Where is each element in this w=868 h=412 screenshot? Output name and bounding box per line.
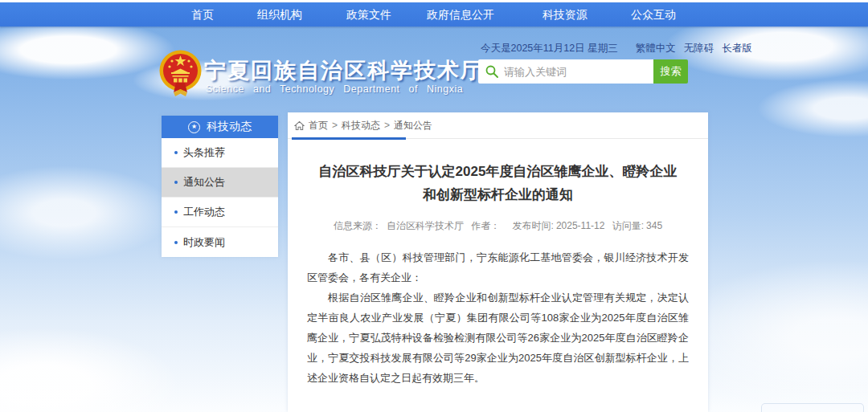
meta-time-label: 发布时间:: [513, 220, 554, 231]
current-date: 今天是2025年11月12日 星期三: [481, 42, 618, 55]
article-paragraph: 根据自治区雏鹰企业、瞪羚企业和创新型标杆企业认定管理有关规定，决定认定半亩良人农…: [307, 288, 689, 388]
article-paragraph: 各市、县（区）科技管理部门，宁东能源化工基地管委会，银川经济技术开发区管委会，各…: [307, 247, 689, 288]
site-subtitle: Science and Technology Department of Nin…: [206, 84, 463, 95]
bullet-icon: [174, 181, 178, 184]
nav-item-public-interaction[interactable]: 公众互动: [631, 2, 676, 27]
sidebar-item-work-dynamics[interactable]: 工作动态: [162, 198, 278, 227]
nav-item-sci-resources[interactable]: 科技资源: [542, 2, 588, 27]
sidebar-item-label: 时政要闻: [183, 235, 225, 250]
search-input[interactable]: [504, 59, 650, 84]
bullet-icon: [174, 210, 178, 214]
sidebar-item-label: 通知公告: [183, 175, 225, 190]
sidebar-item-headlines[interactable]: 头条推荐: [162, 138, 278, 168]
sidebar-item-label: 头条推荐: [183, 145, 225, 160]
article-meta: 信息来源：自治区科学技术厅 作者： 发布时间:2025-11-12 访问量:34…: [288, 219, 708, 233]
meta-time: 2025-11-12: [556, 220, 605, 231]
nav-item-policy[interactable]: 政策文件: [346, 2, 391, 27]
sidebar: ★ 科技动态 头条推荐 通知公告 工作动态 时政要闻: [162, 116, 278, 257]
floating-widget-edge: [761, 403, 864, 412]
breadcrumb-home[interactable]: 首页: [309, 119, 328, 133]
home-icon: [294, 120, 305, 131]
nav-item-home[interactable]: 首页: [191, 2, 214, 27]
search-input-wrap: [478, 59, 653, 84]
bullet-icon: [174, 241, 178, 244]
breadcrumb-notices[interactable]: 通知公告: [394, 119, 432, 133]
sidebar-title: 科技动态: [207, 120, 252, 134]
breadcrumb-separator: >: [384, 120, 390, 131]
meta-visits: 345: [646, 220, 662, 231]
national-emblem-logo: [158, 49, 203, 97]
article-title-line1: 自治区科技厅关于认定2025年度自治区雏鹰企业、瞪羚企业: [288, 160, 708, 183]
bullet-icon: [174, 151, 178, 154]
top-navigation: 首页 组织机构 政策文件 政府信息公开 科技资源 公众互动: [0, 2, 868, 27]
search-icon: [485, 65, 498, 78]
sidebar-item-current-politics[interactable]: 时政要闻: [162, 227, 278, 257]
link-elder-version[interactable]: 长者版: [722, 42, 752, 55]
breadcrumb-separator: >: [332, 120, 338, 131]
search-button[interactable]: 搜索: [653, 59, 688, 84]
header-meta-row: 今天是2025年11月12日 星期三 繁體中文 无障碍 长者版: [481, 42, 701, 55]
article-title-line2: 和创新型标杆企业的通知: [288, 183, 708, 206]
article-title: 自治区科技厅关于认定2025年度自治区雏鹰企业、瞪羚企业 和创新型标杆企业的通知: [288, 160, 708, 206]
star-circle-icon: ★: [188, 121, 200, 133]
meta-author-label: 作者：: [471, 220, 500, 231]
link-traditional-chinese[interactable]: 繁體中文: [636, 42, 676, 55]
article-body: 各市、县（区）科技管理部门，宁东能源化工基地管委会，银川经济技术开发区管委会，各…: [288, 247, 708, 388]
link-accessibility[interactable]: 无障碍: [684, 42, 714, 55]
sidebar-header: ★ 科技动态: [162, 116, 278, 138]
breadcrumb-sci-dynamics[interactable]: 科技动态: [342, 119, 380, 133]
meta-source: 自治区科学技术厅: [387, 220, 464, 231]
main-content-panel: 首页 > 科技动态 > 通知公告 自治区科技厅关于认定2025年度自治区雏鹰企业…: [288, 112, 708, 412]
sidebar-item-label: 工作动态: [183, 205, 225, 219]
meta-visits-label: 访问量:: [612, 220, 644, 231]
meta-source-label: 信息来源：: [334, 220, 382, 231]
sidebar-item-notices[interactable]: 通知公告: [162, 168, 278, 198]
breadcrumb: 首页 > 科技动态 > 通知公告: [288, 112, 708, 139]
breadcrumb-underline: [292, 137, 406, 140]
search-bar: 搜索: [478, 59, 688, 84]
nav-item-organization[interactable]: 组织机构: [257, 2, 302, 27]
nav-item-gov-info[interactable]: 政府信息公开: [427, 2, 494, 27]
